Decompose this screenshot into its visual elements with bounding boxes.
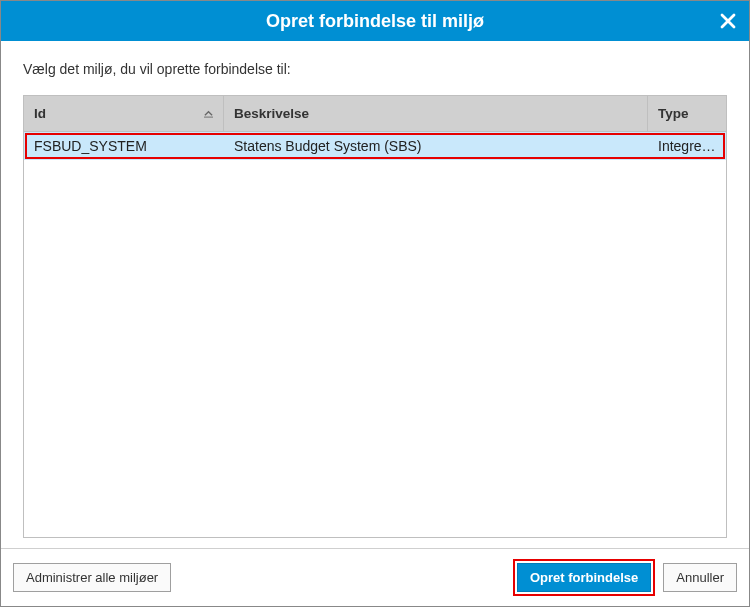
close-icon bbox=[720, 13, 736, 29]
cell-description: Statens Budget System (SBS) bbox=[224, 132, 648, 160]
cell-id: FSBUD_SYSTEM bbox=[24, 132, 224, 160]
cell-type: Integre… bbox=[648, 132, 726, 160]
column-header-label: Type bbox=[658, 106, 689, 121]
column-header-label: Id bbox=[34, 106, 46, 121]
annotation-highlight-connect: Opret forbindelse bbox=[513, 559, 655, 596]
connect-environment-dialog: Opret forbindelse til miljø Vælg det mil… bbox=[0, 0, 750, 607]
environment-table: Id Beskrivelse Type FSBUD_SYSTEM Statens… bbox=[23, 95, 727, 538]
dialog-footer: Administrer alle miljøer Opret forbindel… bbox=[1, 548, 749, 606]
column-header-type[interactable]: Type bbox=[648, 96, 726, 131]
dialog-titlebar: Opret forbindelse til miljø bbox=[1, 1, 749, 41]
dialog-title: Opret forbindelse til miljø bbox=[266, 11, 484, 32]
column-header-description[interactable]: Beskrivelse bbox=[224, 96, 648, 131]
instruction-text: Vælg det miljø, du vil oprette forbindel… bbox=[23, 61, 727, 77]
column-header-id[interactable]: Id bbox=[24, 96, 224, 131]
table-header: Id Beskrivelse Type bbox=[24, 96, 726, 132]
dialog-content: Vælg det miljø, du vil oprette forbindel… bbox=[1, 41, 749, 548]
footer-actions: Opret forbindelse Annuller bbox=[513, 559, 737, 596]
column-header-label: Beskrivelse bbox=[234, 106, 309, 121]
close-button[interactable] bbox=[717, 10, 739, 32]
table-body: FSBUD_SYSTEM Statens Budget System (SBS)… bbox=[24, 132, 726, 537]
table-row[interactable]: FSBUD_SYSTEM Statens Budget System (SBS)… bbox=[24, 132, 726, 160]
connect-button[interactable]: Opret forbindelse bbox=[517, 563, 651, 592]
cancel-button[interactable]: Annuller bbox=[663, 563, 737, 592]
sort-ascending-icon bbox=[203, 109, 213, 119]
manage-environments-button[interactable]: Administrer alle miljøer bbox=[13, 563, 171, 592]
